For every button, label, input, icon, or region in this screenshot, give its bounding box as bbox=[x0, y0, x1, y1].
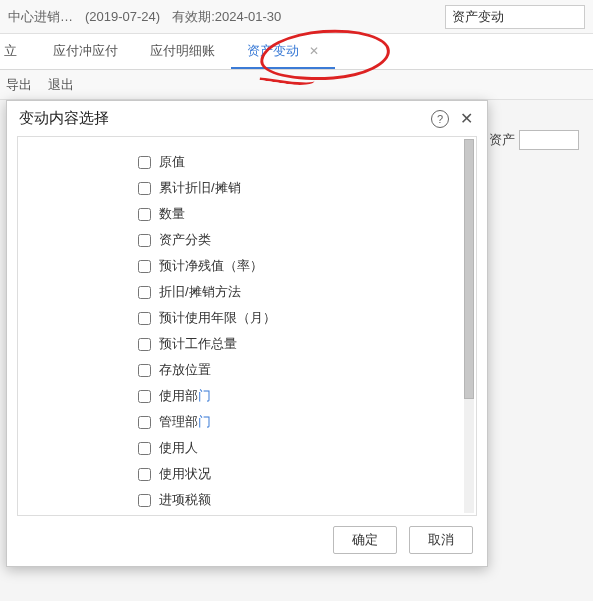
ok-button[interactable]: 确定 bbox=[333, 526, 397, 554]
list-item-label: 进项税额 bbox=[159, 491, 211, 509]
tab-payable-offset[interactable]: 应付冲应付 bbox=[37, 33, 134, 69]
list-item-label: 预计工作总量 bbox=[159, 335, 237, 353]
tabs: 立 应付冲应付 应付明细账 资产变动 ✕ bbox=[0, 34, 593, 70]
list-item[interactable]: 数量 bbox=[138, 201, 462, 227]
list-item-label: 预计使用年限（月） bbox=[159, 309, 276, 327]
list-item[interactable]: 使用部门 bbox=[138, 383, 462, 409]
list-item[interactable]: 使用状况 bbox=[138, 461, 462, 487]
search-input[interactable] bbox=[446, 9, 593, 24]
checkbox[interactable] bbox=[138, 286, 151, 299]
modal-footer: 确定 取消 bbox=[7, 516, 487, 566]
action-bar: 导出 退出 bbox=[0, 70, 593, 100]
list-item[interactable]: 使用人 bbox=[138, 435, 462, 461]
checkbox[interactable] bbox=[138, 364, 151, 377]
checkbox[interactable] bbox=[138, 208, 151, 221]
modal-header: 变动内容选择 ? ✕ bbox=[7, 101, 487, 136]
breadcrumb: 中心进销… bbox=[8, 8, 73, 26]
checkbox[interactable] bbox=[138, 260, 151, 273]
list-item-label: 累计折旧/摊销 bbox=[159, 179, 241, 197]
modal-title: 变动内容选择 bbox=[19, 109, 423, 128]
checkbox[interactable] bbox=[138, 390, 151, 403]
scrollbar[interactable] bbox=[464, 139, 474, 513]
date-text: (2019-07-24) bbox=[85, 9, 160, 24]
list-item[interactable]: 预计工作总量 bbox=[138, 331, 462, 357]
checkbox[interactable] bbox=[138, 312, 151, 325]
scrollbar-thumb[interactable] bbox=[464, 139, 474, 399]
asset-filter: 资产 bbox=[481, 122, 587, 158]
list-item-label: 存放位置 bbox=[159, 361, 211, 379]
list-item-label: 预计净残值（率） bbox=[159, 257, 263, 275]
list-item-label: 资产分类 bbox=[159, 231, 211, 249]
list-item[interactable]: 折旧/摊销方法 bbox=[138, 279, 462, 305]
checkbox[interactable] bbox=[138, 234, 151, 247]
list-item-label: 使用部门 bbox=[159, 387, 211, 405]
list-item-label: 使用状况 bbox=[159, 465, 211, 483]
checkbox[interactable] bbox=[138, 338, 151, 351]
search-box[interactable]: ⌕ bbox=[445, 5, 585, 29]
list-item-label: 原值 bbox=[159, 153, 185, 171]
exit-button[interactable]: 退出 bbox=[48, 76, 74, 94]
cancel-button[interactable]: 取消 bbox=[409, 526, 473, 554]
checkbox[interactable] bbox=[138, 416, 151, 429]
tab-asset-change-label: 资产变动 bbox=[247, 43, 299, 58]
tab-close-icon[interactable]: ✕ bbox=[309, 44, 319, 58]
list-item-label: 折旧/摊销方法 bbox=[159, 283, 241, 301]
checkbox[interactable] bbox=[138, 442, 151, 455]
list-item[interactable]: 预计使用年限（月） bbox=[138, 305, 462, 331]
help-icon[interactable]: ? bbox=[431, 110, 449, 128]
checkbox[interactable] bbox=[138, 182, 151, 195]
tab-partial[interactable]: 立 bbox=[0, 33, 37, 69]
list-item[interactable]: 原值 bbox=[138, 149, 462, 175]
asset-input[interactable] bbox=[519, 130, 579, 150]
modal-body: 原值累计折旧/摊销数量资产分类预计净残值（率）折旧/摊销方法预计使用年限（月）预… bbox=[17, 136, 477, 516]
modal-change-content-select: 变动内容选择 ? ✕ 原值累计折旧/摊销数量资产分类预计净残值（率）折旧/摊销方… bbox=[6, 100, 488, 567]
export-button[interactable]: 导出 bbox=[6, 76, 32, 94]
tab-asset-change[interactable]: 资产变动 ✕ bbox=[231, 33, 335, 69]
list-item-label: 数量 bbox=[159, 205, 185, 223]
list-item[interactable]: 预计净残值（率） bbox=[138, 253, 462, 279]
list-item[interactable]: 进项税额 bbox=[138, 487, 462, 513]
list-item[interactable]: 管理部门 bbox=[138, 409, 462, 435]
checkbox-list: 原值累计折旧/摊销数量资产分类预计净残值（率）折旧/摊销方法预计使用年限（月）预… bbox=[18, 137, 462, 515]
list-item[interactable]: 累计折旧/摊销 bbox=[138, 175, 462, 201]
list-item-label: 管理部门 bbox=[159, 413, 211, 431]
tab-payable-detail[interactable]: 应付明细账 bbox=[134, 33, 231, 69]
checkbox[interactable] bbox=[138, 156, 151, 169]
checkbox[interactable] bbox=[138, 494, 151, 507]
list-item[interactable]: 存放位置 bbox=[138, 357, 462, 383]
validity-text: 有效期:2024-01-30 bbox=[172, 8, 281, 26]
top-bar: 中心进销… (2019-07-24) 有效期:2024-01-30 ⌕ bbox=[0, 0, 593, 34]
checkbox[interactable] bbox=[138, 468, 151, 481]
close-icon[interactable]: ✕ bbox=[457, 110, 475, 128]
asset-label: 资产 bbox=[489, 131, 515, 149]
list-item[interactable]: 资产分类 bbox=[138, 227, 462, 253]
list-item-label: 使用人 bbox=[159, 439, 198, 457]
